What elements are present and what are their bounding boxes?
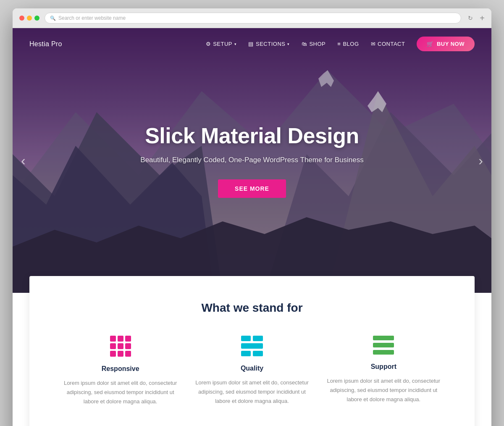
refresh-button[interactable]: ↻ bbox=[466, 15, 475, 21]
nav-item-blog[interactable]: ≡ BLOG bbox=[337, 41, 359, 47]
shop-icon: 🛍 bbox=[302, 41, 307, 47]
features-grid: Responsive Lorem ipsum dolor sit amet el… bbox=[63, 336, 441, 406]
hero-subtitle: Beautiful, Elegantly Coded, One-Page Wor… bbox=[21, 156, 483, 164]
feature-quality-desc: Lorem ipsum dolor sit amet elit do, cons… bbox=[194, 378, 309, 406]
minimize-dot[interactable] bbox=[27, 16, 32, 21]
carousel-next-button[interactable]: › bbox=[478, 153, 483, 168]
navbar-nav: ⚙ SETUP ▾ ▤ SECTIONS ▾ 🛍 SHOP ≡ bbox=[206, 37, 475, 51]
nav-item-contact[interactable]: ✉ CONTACT bbox=[371, 41, 405, 47]
address-text: Search or enter website name bbox=[58, 15, 126, 21]
features-section: What we stand for bbox=[29, 276, 475, 426]
blog-icon: ≡ bbox=[337, 41, 341, 47]
support-icon-wrap bbox=[326, 336, 441, 355]
browser-dots bbox=[19, 16, 39, 21]
website-content: Hestia Pro ⚙ SETUP ▾ ▤ SECTIONS ▾ 🛍 SHO bbox=[13, 28, 491, 426]
maximize-dot[interactable] bbox=[34, 16, 39, 21]
features-section-title: What we stand for bbox=[63, 301, 441, 315]
quality-icon bbox=[241, 336, 263, 356]
quality-icon-wrap bbox=[194, 336, 309, 356]
feature-responsive-desc: Lorem ipsum dolor sit amet elit do, cons… bbox=[63, 379, 178, 406]
feature-responsive-title: Responsive bbox=[63, 365, 178, 373]
sections-icon: ▤ bbox=[248, 41, 254, 47]
see-more-button[interactable]: SEE MORE bbox=[218, 179, 286, 198]
feature-support-desc: Lorem ipsum dolor sit amet elit do, cons… bbox=[326, 376, 441, 404]
new-tab-button[interactable]: + bbox=[480, 13, 485, 23]
chevron-down-icon: ▾ bbox=[234, 42, 237, 46]
address-bar[interactable]: 🔍 Search or enter website name bbox=[45, 13, 461, 24]
hero-title: Slick Material Design bbox=[21, 123, 483, 148]
nav-item-sections[interactable]: ▤ SECTIONS ▾ bbox=[248, 41, 289, 47]
nav-item-setup[interactable]: ⚙ SETUP ▾ bbox=[206, 41, 237, 47]
chevron-down-icon: ▾ bbox=[287, 42, 290, 46]
hero-section: Hestia Pro ⚙ SETUP ▾ ▤ SECTIONS ▾ 🛍 SHO bbox=[13, 28, 491, 293]
navbar-brand[interactable]: Hestia Pro bbox=[29, 40, 62, 48]
responsive-icon-wrap bbox=[63, 336, 178, 357]
nav-item-shop[interactable]: 🛍 SHOP bbox=[302, 41, 326, 47]
feature-quality: Quality Lorem ipsum dolor sit amet elit … bbox=[194, 336, 309, 406]
feature-quality-title: Quality bbox=[194, 365, 309, 372]
hero-content: Slick Material Design Beautiful, Elegant… bbox=[13, 123, 491, 198]
support-icon bbox=[373, 336, 394, 355]
mail-icon: ✉ bbox=[371, 41, 376, 47]
grid-icon bbox=[110, 336, 131, 357]
close-dot[interactable] bbox=[19, 16, 24, 21]
buy-now-button[interactable]: 🛒 BUY NOW bbox=[417, 37, 475, 51]
carousel-prev-button[interactable]: ‹ bbox=[21, 153, 26, 168]
feature-support: Support Lorem ipsum dolor sit amet elit … bbox=[326, 336, 441, 406]
browser-window: 🔍 Search or enter website name ↻ + bbox=[13, 8, 491, 426]
gear-icon: ⚙ bbox=[206, 41, 211, 47]
feature-support-title: Support bbox=[326, 363, 441, 371]
search-icon: 🔍 bbox=[50, 16, 56, 21]
feature-responsive: Responsive Lorem ipsum dolor sit amet el… bbox=[63, 336, 178, 406]
cart-icon: 🛒 bbox=[427, 41, 434, 47]
nav-buy-button-wrap: 🛒 BUY NOW bbox=[417, 37, 475, 51]
browser-chrome: 🔍 Search or enter website name ↻ + bbox=[13, 8, 491, 28]
navbar: Hestia Pro ⚙ SETUP ▾ ▤ SECTIONS ▾ 🛍 SHO bbox=[13, 28, 491, 60]
